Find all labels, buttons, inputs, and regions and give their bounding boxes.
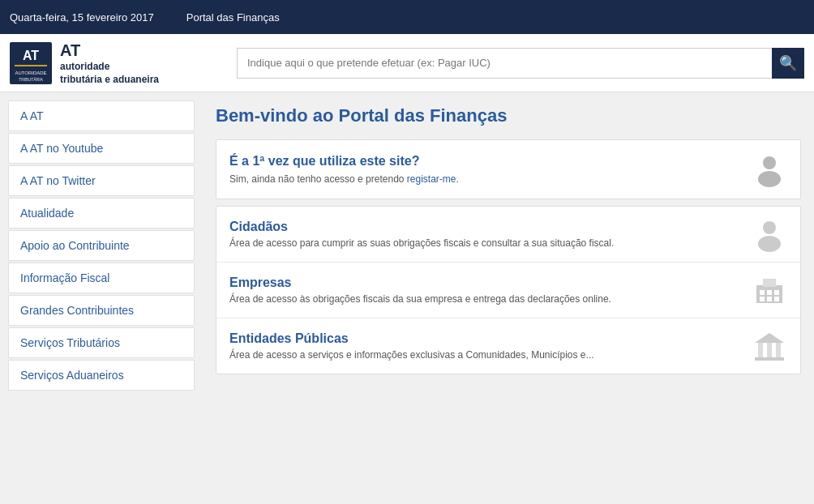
main-layout: A ATA AT no YoutubeA AT no TwitterAtuali… [0,92,814,504]
search-input[interactable] [237,48,804,79]
section-card[interactable]: Cidadãos Área de acesso para cumprir as … [216,207,800,263]
sidebar-item[interactable]: Atualidade [8,198,195,229]
svg-rect-12 [767,290,772,295]
svg-rect-15 [767,297,772,301]
svg-text:TRIBUTÁRIA: TRIBUTÁRIA [19,77,43,82]
section-title: Cidadãos [229,220,614,234]
welcome-title: Bem-vindo ao Portal das Finanças [216,105,801,126]
entidades-icon [752,328,787,364]
topbar: Quarta-feira, 15 fevereiro 2017 Portal d… [0,0,814,34]
first-time-text: É a 1ª vez que utiliza este site? Sim, a… [229,154,459,185]
search-icon: 🔍 [779,54,797,72]
svg-point-7 [763,221,776,234]
sidebar-item[interactable]: A AT no Youtube [8,133,195,164]
search-area: 🔍 [237,48,804,79]
section-card[interactable]: Entidades Públicas Área de acesso a serv… [216,318,800,374]
sidebar-item[interactable]: Serviços Tributários [8,327,195,358]
section-title: Empresas [229,275,611,290]
svg-point-6 [758,171,781,187]
svg-text:AUTORIDADE: AUTORIDADE [15,70,46,75]
svg-point-8 [758,236,781,252]
svg-rect-2 [15,65,47,66]
sidebar-item[interactable]: Grandes Contribuintes [8,295,195,326]
svg-rect-20 [767,343,772,357]
svg-rect-17 [755,357,784,361]
topbar-date: Quarta-feira, 15 fevereiro 2017 [10,11,154,23]
svg-rect-16 [774,297,779,301]
first-time-question: É a 1ª vez que utiliza este site? [229,154,459,169]
sidebar-item[interactable]: Informação Fiscal [8,263,195,293]
sections-container: Cidadãos Área de acesso para cumprir as … [216,206,801,374]
search-button[interactable]: 🔍 [772,48,804,79]
svg-text:AT: AT [23,49,39,62]
cidadaos-icon [752,216,787,252]
section-description: Área de acesso a serviços e informações … [229,349,594,361]
section-content: Cidadãos Área de acesso para cumprir as … [229,220,614,249]
topbar-portal-title: Portal das Finanças [186,11,280,23]
logo-at-label: AT [60,40,159,61]
sidebar-item[interactable]: A AT [8,100,195,131]
sidebar-item[interactable]: Serviços Aduaneiros [8,360,195,391]
svg-rect-13 [774,290,779,295]
svg-rect-11 [760,290,765,295]
sidebar-item[interactable]: Apoio ao Contribuinte [8,230,195,261]
sidebar: A ATA AT no YoutubeA AT no TwitterAtuali… [0,92,203,504]
sidebar-item[interactable]: A AT no Twitter [8,165,195,196]
svg-marker-18 [755,333,784,343]
empresas-icon [752,272,787,308]
first-time-text-before: Sim, ainda não tenho acesso e pretendo [229,173,407,185]
registar-link[interactable]: registar-me. [407,173,459,185]
person-icon [752,152,787,187]
content-area: Bem-vindo ao Portal das Finanças É a 1ª … [203,92,814,504]
svg-rect-19 [758,343,763,357]
header: AT AUTORIDADE TRIBUTÁRIA AT autoridade t… [0,34,814,92]
first-time-description: Sim, ainda não tenho acesso e pretendo r… [229,173,459,185]
section-content: Empresas Área de acesso às obrigações fi… [229,275,611,305]
logo-icon: AT AUTORIDADE TRIBUTÁRIA [10,42,52,84]
logo-area: AT AUTORIDADE TRIBUTÁRIA AT autoridade t… [10,40,237,86]
svg-rect-14 [760,297,765,301]
section-description: Área de acesso para cumprir as suas obri… [229,237,614,249]
logo-text: AT autoridade tributária e aduaneira [60,40,159,86]
svg-rect-10 [763,279,776,287]
first-time-card: É a 1ª vez que utiliza este site? Sim, a… [216,139,801,199]
svg-point-5 [763,156,776,169]
logo-subtitle: autoridade tributária e aduaneira [60,61,159,86]
section-card[interactable]: Empresas Área de acesso às obrigações fi… [216,263,800,318]
section-title: Entidades Públicas [229,331,594,346]
section-description: Área de acesso às obrigações fiscais da … [229,293,611,305]
section-content: Entidades Públicas Área de acesso a serv… [229,331,594,361]
svg-rect-21 [776,343,781,357]
